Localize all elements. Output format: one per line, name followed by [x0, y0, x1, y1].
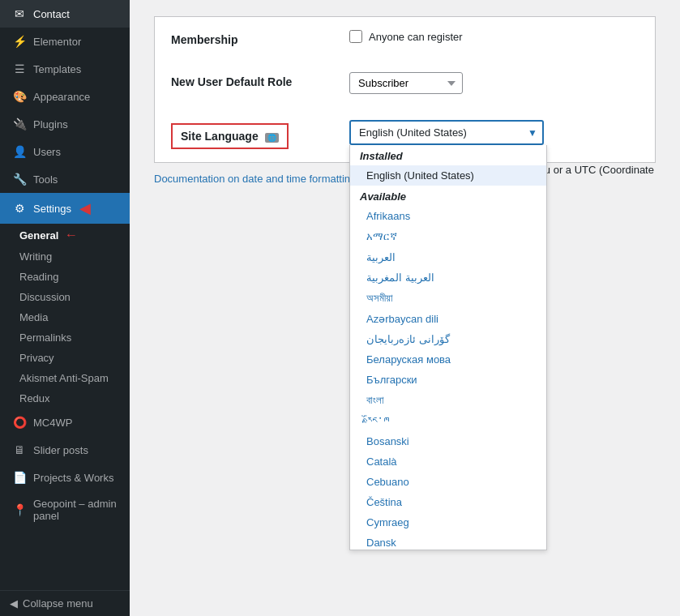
sidebar-sub-redux[interactable]: Redux	[0, 388, 130, 409]
site-language-label-box: Site Language 🌐	[171, 123, 289, 149]
lang-option-catalan[interactable]: Català	[350, 451, 546, 472]
lang-option-czech[interactable]: Čeština	[350, 492, 546, 512]
sidebar-item-projects-works[interactable]: 📄 Projects & Works	[0, 464, 130, 491]
lang-option-english-us-label: English (United States)	[366, 169, 474, 182]
sidebar-sub-media[interactable]: Media	[0, 307, 130, 327]
lang-option-bengali[interactable]: বাংলা	[350, 390, 546, 411]
sidebar-item-settings-label: Settings	[33, 203, 71, 215]
doc-link-text: Documentation on date and time formattin…	[154, 173, 356, 185]
sidebar-item-tools-label: Tools	[33, 173, 58, 186]
lang-option-english-us[interactable]: English (United States)	[350, 165, 546, 186]
sidebar-sub-privacy-label: Privacy	[19, 352, 54, 364]
sidebar-item-slider-posts[interactable]: 🖥 Slider posts	[0, 436, 130, 464]
new-user-role-row: New User Default Role Subscriber Contrib…	[154, 59, 656, 107]
sidebar-sub-akismet[interactable]: Akismet Anti-Spam	[0, 368, 130, 388]
sidebar-item-plugins[interactable]: 🔌 Plugins	[0, 110, 130, 138]
site-language-control: English (United States) ▼ Installed Engl…	[349, 120, 639, 145]
lang-option-arabic[interactable]: العربية	[350, 247, 546, 267]
site-language-select[interactable]: English (United States)	[349, 120, 544, 145]
collapse-menu-icon: ◀	[10, 597, 18, 610]
sidebar-item-plugins-label: Plugins	[33, 118, 68, 130]
general-arrow: ←	[65, 228, 78, 242]
lang-option-amharic[interactable]: አማርኛ	[350, 226, 546, 247]
sidebar-item-mc4wp[interactable]: ⭕ MC4WP	[0, 409, 130, 436]
sidebar-item-projects-works-label: Projects & Works	[33, 472, 113, 484]
sidebar-sub-privacy[interactable]: Privacy	[0, 348, 130, 368]
language-dropdown[interactable]: Installed English (United States) Availa…	[349, 145, 547, 550]
available-header: Available	[350, 186, 546, 206]
membership-row: Membership Anyone can register	[154, 16, 656, 59]
lang-option-dzongkha[interactable]: རྫོང་ཁ	[350, 411, 546, 431]
site-language-label-cell: Site Language 🌐	[171, 120, 349, 149]
lang-option-welsh[interactable]: Cymraeg	[350, 512, 546, 533]
settings-icon: ⚙	[12, 201, 27, 216]
membership-checkbox-label: Anyone can register	[369, 31, 463, 43]
tools-icon: 🔧	[12, 172, 27, 186]
membership-control: Anyone can register	[349, 30, 639, 43]
geopoint-icon: 📍	[12, 503, 27, 517]
collapse-menu-button[interactable]: ◀ Collapse menu	[0, 590, 130, 616]
doc-link[interactable]: Documentation on date and time formattin…	[154, 173, 356, 185]
sidebar-sub-permalinks[interactable]: Permalinks	[0, 327, 130, 348]
site-language-row: Site Language 🌐 English (United States) …	[154, 107, 656, 163]
sidebar-sub-writing[interactable]: Writing	[0, 246, 130, 267]
membership-checkbox[interactable]	[349, 30, 362, 43]
site-language-text: Site Language	[181, 130, 259, 143]
sidebar-item-geopoint[interactable]: 📍 Geopoint – admin panel	[0, 491, 130, 528]
sidebar-sub-discussion-label: Discussion	[19, 291, 71, 303]
sidebar-item-geopoint-label: Geopoint – admin panel	[33, 498, 120, 522]
sidebar-item-tools[interactable]: 🔧 Tools	[0, 165, 130, 193]
projects-works-icon: 📄	[12, 470, 27, 485]
lang-option-azerbaijani[interactable]: Azərbaycan dili	[350, 309, 546, 329]
sidebar-sub-permalinks-label: Permalinks	[19, 332, 71, 344]
sidebar-sub-general-label: General	[19, 229, 58, 242]
sidebar-sub-writing-label: Writing	[19, 250, 52, 263]
collapse-menu-label: Collapse menu	[23, 597, 93, 610]
templates-icon: ☰	[12, 62, 27, 76]
lang-option-cebuano[interactable]: Cebuano	[350, 472, 546, 492]
contact-icon: ✉	[12, 6, 27, 21]
sidebar-sub-redux-label: Redux	[19, 392, 50, 404]
users-icon: 👤	[12, 144, 27, 159]
lang-option-bosnian[interactable]: Bosanski	[350, 431, 546, 451]
sidebar-item-contact[interactable]: ✉ Contact	[0, 0, 130, 28]
lang-option-azerbaijani-sorani[interactable]: گۆرانی ئازەربایجان	[350, 329, 546, 349]
sidebar-sub-akismet-label: Akismet Anti-Spam	[19, 372, 109, 384]
mc4wp-icon: ⭕	[12, 415, 27, 430]
sidebar-sub-general[interactable]: General ←	[0, 224, 130, 246]
new-user-role-select[interactable]: Subscriber Contributor Author Editor Adm…	[349, 72, 463, 94]
sidebar-item-elementor-label: Elementor	[33, 36, 81, 48]
sidebar-sub-discussion[interactable]: Discussion	[0, 287, 130, 307]
sidebar-item-slider-posts-label: Slider posts	[33, 444, 88, 456]
new-user-role-control: Subscriber Contributor Author Editor Adm…	[349, 72, 639, 94]
lang-select-wrapper: English (United States) ▼	[349, 120, 544, 145]
sidebar-sub-reading[interactable]: Reading	[0, 267, 130, 287]
sidebar-item-settings[interactable]: ⚙ Settings ◀	[0, 193, 130, 224]
lang-option-arabic-moroccan[interactable]: العربية المغربية	[350, 267, 546, 288]
sidebar-item-mc4wp-label: MC4WP	[33, 417, 72, 429]
sidebar-item-appearance-label: Appearance	[33, 91, 90, 103]
site-language-icon: 🌐	[265, 133, 279, 143]
new-user-role-label: New User Default Role	[171, 72, 349, 88]
sidebar-item-users-label: Users	[33, 146, 61, 158]
lang-option-belarusian[interactable]: Беларуская мова	[350, 349, 546, 370]
lang-option-afrikaans[interactable]: Afrikaans	[350, 206, 546, 226]
sidebar: ✉ Contact ⚡ Elementor ☰ Templates 🎨 Appe…	[0, 0, 130, 616]
sidebar-item-elementor[interactable]: ⚡ Elementor	[0, 28, 130, 55]
sidebar-sub-media-label: Media	[19, 311, 48, 323]
lang-option-danish[interactable]: Dansk	[350, 533, 546, 550]
slider-posts-icon: 🖥	[12, 443, 27, 457]
elementor-icon: ⚡	[12, 34, 27, 49]
membership-label: Membership	[171, 30, 349, 46]
main-content: Membership Anyone can register New User …	[130, 0, 680, 616]
sidebar-item-users[interactable]: 👤 Users	[0, 138, 130, 165]
plugins-icon: 🔌	[12, 117, 27, 131]
sidebar-item-templates-label: Templates	[33, 63, 81, 75]
installed-header: Installed	[350, 145, 546, 165]
sidebar-item-templates[interactable]: ☰ Templates	[0, 55, 130, 83]
lang-option-assamese[interactable]: অসমীয়া	[350, 288, 546, 309]
lang-option-bulgarian[interactable]: Български	[350, 370, 546, 390]
sidebar-item-contact-label: Contact	[33, 8, 70, 20]
appearance-icon: 🎨	[12, 89, 27, 104]
sidebar-item-appearance[interactable]: 🎨 Appearance	[0, 83, 130, 110]
